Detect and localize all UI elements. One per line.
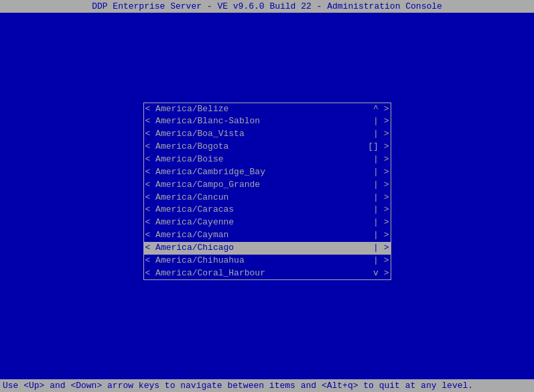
status-bar: Use <Up> and <Down> arrow keys to naviga… xyxy=(0,379,534,392)
list-item-label: < America/Bogota xyxy=(145,141,369,153)
list-item-indicator: | > xyxy=(373,216,389,229)
list-item-label: < America/Coral_Harbour xyxy=(145,267,374,280)
list-item-indicator: | > xyxy=(373,153,389,166)
title-text: DDP Enterprise Server - VE v9.6.0 Build … xyxy=(92,1,442,11)
list-item-indicator: ^ > xyxy=(373,103,389,116)
list-item-label: < America/Cambridge_Bay xyxy=(145,166,374,179)
list-item-indicator: [] > xyxy=(368,141,389,153)
list-item[interactable]: < America/Cayenne| > xyxy=(144,216,391,229)
list-item-label: < America/Cancun xyxy=(145,192,374,204)
main-container: < America/Belize^ >< America/Blanc-Sablo… xyxy=(0,13,534,370)
list-item-indicator: | > xyxy=(373,204,389,216)
list-item[interactable]: < America/Belize^ > xyxy=(144,103,391,116)
list-item[interactable]: < America/Chihuahua| > xyxy=(144,255,391,267)
list-item-indicator: v > xyxy=(373,267,389,280)
list-item[interactable]: < America/Boise| > xyxy=(144,153,391,166)
list-item[interactable]: < America/Blanc-Sablon| > xyxy=(144,115,391,128)
list-item-label: < America/Blanc-Sablon xyxy=(145,115,374,128)
list-box[interactable]: < America/Belize^ >< America/Blanc-Sablo… xyxy=(143,103,391,281)
list-item-label: < America/Caracas xyxy=(145,204,374,216)
list-item-label: < America/Chicago xyxy=(145,242,374,255)
list-item[interactable]: < America/Boa_Vista| > xyxy=(144,128,391,141)
status-text: Use <Up> and <Down> arrow keys to naviga… xyxy=(3,381,473,391)
list-item-indicator: | > xyxy=(373,166,389,179)
list-item-indicator: | > xyxy=(373,179,389,192)
list-item-indicator: | > xyxy=(373,192,389,204)
list-item-indicator: | > xyxy=(373,255,389,267)
list-item-label: < America/Campo_Grande xyxy=(145,179,374,192)
list-item-label: < America/Boa_Vista xyxy=(145,128,374,141)
list-item[interactable]: < America/Campo_Grande| > xyxy=(144,179,391,192)
list-item-indicator: | > xyxy=(373,242,389,255)
list-item-indicator: | > xyxy=(373,229,389,242)
list-item[interactable]: < America/Cambridge_Bay| > xyxy=(144,166,391,179)
list-item[interactable]: < America/Coral_Harbourv > xyxy=(144,267,391,280)
list-item-indicator: | > xyxy=(373,128,389,141)
list-item[interactable]: < America/Bogota[] > xyxy=(144,141,391,153)
list-item-label: < America/Cayenne xyxy=(145,216,374,229)
list-item-indicator: | > xyxy=(373,115,389,128)
title-bar: DDP Enterprise Server - VE v9.6.0 Build … xyxy=(0,0,534,13)
list-item[interactable]: < America/Cayman| > xyxy=(144,229,391,242)
list-item-label: < America/Cayman xyxy=(145,229,374,242)
list-item[interactable]: < America/Caracas| > xyxy=(144,204,391,216)
list-item-label: < America/Chihuahua xyxy=(145,255,374,267)
list-item[interactable]: < America/Cancun| > xyxy=(144,192,391,204)
list-item[interactable]: < America/Chicago| > xyxy=(144,242,391,255)
list-item-label: < America/Belize xyxy=(145,103,374,116)
list-item-label: < America/Boise xyxy=(145,153,374,166)
